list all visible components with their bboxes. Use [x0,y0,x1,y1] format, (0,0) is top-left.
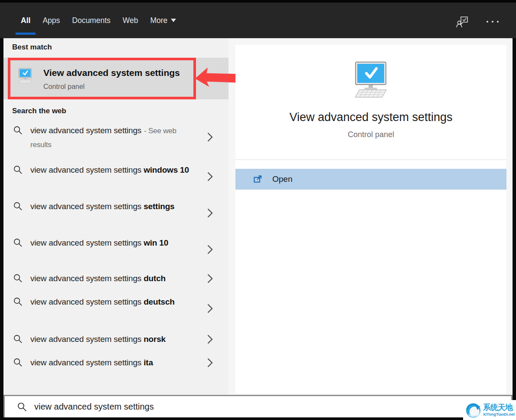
advanced-system-settings-icon [14,67,36,87]
preview-title: View advanced system settings [235,111,506,124]
tab-documents-label: Documents [72,16,111,25]
chevron-right-icon [207,245,213,254]
tab-all[interactable]: All [15,3,36,38]
tab-more[interactable]: More [144,3,182,38]
watermark: 系统天地 XiTongTianDi.net [463,400,516,420]
search-icon [13,201,23,211]
chevron-right-icon [207,132,213,142]
filter-tabs: All Apps Documents Web More [15,3,182,38]
feedback-icon[interactable] [456,15,469,28]
search-icon [13,125,23,135]
suggestion-text: view advanced system settings norsk [30,332,193,346]
divider [235,159,506,160]
tab-web[interactable]: Web [117,3,144,38]
watermark-logo-icon [464,401,482,419]
suggestion-text: view advanced system settings- See web r… [30,124,193,151]
watermark-domain: XiTongTianDi.net [483,413,515,417]
search-input[interactable] [34,402,312,412]
tab-apps[interactable]: Apps [36,3,66,38]
chevron-right-icon [207,335,213,344]
results-pane: Best match View advanced system se [3,38,229,395]
chevron-right-icon [207,358,213,368]
suggestion-text: view advanced system settings settings [30,200,193,213]
search-top-bar: All Apps Documents Web More [0,0,516,38]
search-icon [17,402,27,412]
watermark-title: 系统天地 [483,404,515,411]
best-match-subtitle: Control panel [43,83,85,91]
suggestion-text: view advanced system settings windows 10 [30,163,193,177]
tab-all-label: All [21,16,30,25]
best-match-header: Best match [12,43,52,52]
search-icon [13,358,23,368]
tab-documents[interactable]: Documents [66,3,117,38]
suggestion-text: view advanced system settings dutch [30,272,193,285]
search-icon [13,273,23,283]
best-match-title: View advanced system settings [43,68,180,78]
search-icon [13,297,23,307]
search-the-web-header: Search the web [12,107,66,115]
suggestion-text: view advanced system settings ita [30,356,193,369]
preview-subtitle: Control panel [235,130,506,139]
open-label: Open [272,174,292,184]
tab-apps-label: Apps [42,16,60,25]
chevron-right-icon [207,304,213,313]
top-bar-actions [456,3,499,41]
open-action[interactable]: Open [235,169,506,190]
suggestion-text: view advanced system settings win 10 [30,236,193,249]
watermark-text: 系统天地 XiTongTianDi.net [483,404,515,417]
open-icon [253,174,263,184]
chevron-down-icon [171,19,176,22]
search-bar [3,395,513,417]
chevron-right-icon [207,274,213,283]
annotation-highlight-box [8,58,196,99]
search-icon [13,165,23,175]
advanced-system-settings-icon-large [345,61,397,105]
tab-web-label: Web [123,16,138,25]
chevron-right-icon [207,208,213,218]
preview-panel: View advanced system settings Control pa… [235,45,506,394]
search-icon [13,238,23,248]
suggestion-text: view advanced system settings deutsch [30,295,193,308]
more-options-icon[interactable] [487,21,499,23]
best-match-result[interactable]: View advanced system settings Control pa… [3,58,229,99]
search-icon [13,334,23,344]
chevron-right-icon [207,172,213,181]
tab-more-label: More [150,16,167,25]
